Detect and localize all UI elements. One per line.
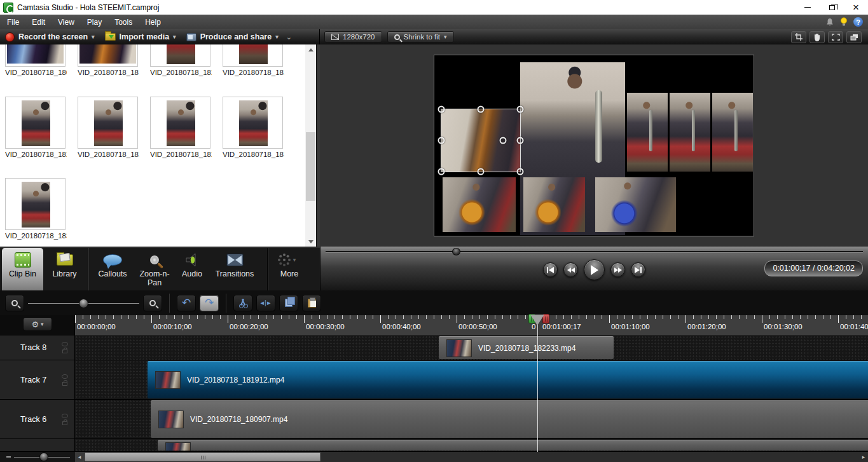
clip-bin-item[interactable]: VID_20180718_181... — [78, 44, 139, 79]
playhead-line[interactable] — [537, 315, 538, 452]
minimize-button[interactable] — [796, 0, 820, 15]
menu-item-help[interactable]: Help — [139, 15, 167, 29]
undo-button[interactable]: ↶ — [177, 295, 196, 311]
view-zoom-button[interactable]: Shrink to fit ▾ — [387, 31, 454, 43]
track-bed[interactable]: VID_20180718_182233.mp4 — [75, 336, 868, 360]
fullscreen-button[interactable] — [828, 31, 843, 43]
preview-canvas[interactable] — [434, 55, 754, 236]
zoom-slider-thumb[interactable] — [79, 299, 88, 308]
cut-button[interactable] — [233, 295, 252, 311]
crop-tool-button[interactable] — [791, 31, 806, 43]
menu-item-view[interactable]: View — [52, 15, 80, 29]
timeline-clip-selected[interactable]: VID_20180718_181912.mp4 — [148, 361, 868, 398]
pan-tool-button[interactable] — [809, 31, 825, 43]
clip-bin-scrollbar[interactable] — [305, 44, 316, 247]
timeline-zoom-in-button[interactable] — [143, 295, 162, 311]
clip-bin-item[interactable]: VID_20180718_182... — [223, 44, 284, 79]
tab-library[interactable]: Library — [43, 248, 86, 290]
close-button[interactable]: × — [844, 0, 868, 15]
track-lock-icon[interactable] — [62, 382, 67, 386]
menu-item-tools[interactable]: Tools — [109, 15, 138, 29]
restore-button[interactable] — [820, 0, 844, 15]
preview-clip-side-1[interactable] — [627, 93, 668, 172]
toolbar-overflow-button[interactable]: ⌄ — [286, 33, 292, 41]
tab-more[interactable]: ▾ More — [270, 248, 309, 290]
seek-thumb[interactable] — [452, 248, 460, 255]
selection-handle[interactable] — [438, 168, 445, 175]
hscroll-track[interactable] — [84, 452, 859, 462]
selection-handle[interactable] — [438, 137, 445, 144]
timeline-zoom-slider[interactable] — [28, 295, 139, 311]
selection-handle[interactable] — [517, 137, 524, 144]
timeline-clip[interactable]: VID_20180718_182233.mp4 — [439, 336, 614, 359]
scrollbar-thumb[interactable] — [306, 132, 315, 201]
selection-handle[interactable] — [478, 106, 485, 113]
track-bed[interactable]: VID_20180718_181912.mp4 — [75, 360, 868, 399]
track-lock-icon[interactable] — [62, 421, 67, 425]
detach-preview-button[interactable] — [846, 31, 862, 43]
track-height-thumb[interactable] — [39, 452, 48, 461]
split-button[interactable]: ◂|▸ — [256, 295, 275, 311]
import-media-button[interactable]: Import media ▾ — [100, 29, 181, 44]
track-bed[interactable]: VID_20180718_180907.mp4 — [75, 400, 868, 438]
tab-transitions[interactable]: Transitions — [210, 248, 259, 290]
track-visibility-icon[interactable] — [62, 374, 68, 379]
track-height-slider[interactable] — [6, 452, 70, 462]
track-options-button[interactable]: ⚙ ▾ — [23, 317, 52, 331]
clip-bin-item[interactable]: VID_20180718_182... — [150, 97, 212, 161]
tab-audio[interactable]: Audio — [174, 248, 210, 290]
preview-clip-guitar-2[interactable] — [523, 177, 585, 232]
clip-bin-item[interactable]: VID_20180718_183... — [223, 97, 284, 161]
play-button[interactable] — [584, 259, 605, 280]
skip-to-start-button[interactable] — [543, 262, 558, 277]
track-bed[interactable] — [75, 439, 868, 451]
record-screen-button[interactable]: Record the screen ▾ — [0, 29, 100, 44]
help-icon[interactable]: ? — [853, 17, 863, 27]
scroll-left-button[interactable]: ◂ — [75, 452, 84, 462]
preview-clip-side-3[interactable] — [712, 93, 753, 172]
scroll-down-button[interactable] — [305, 236, 316, 247]
copy-button[interactable] — [279, 295, 298, 311]
track-lock-icon[interactable] — [62, 350, 67, 353]
track-visibility-icon[interactable] — [62, 414, 68, 418]
skip-to-end-button[interactable] — [631, 262, 645, 277]
hscroll-thumb[interactable] — [85, 452, 320, 461]
selection-handle[interactable] — [438, 106, 445, 113]
tab-zoom-n-pan[interactable]: Zoom-n-Pan — [135, 248, 174, 290]
menu-item-play[interactable]: Play — [81, 15, 107, 29]
preview-clip-guitar-1[interactable] — [443, 177, 516, 232]
timeline-clip[interactable] — [158, 440, 868, 451]
selection-handle[interactable] — [478, 168, 485, 175]
clip-name: VID_20180718_182... — [78, 151, 139, 158]
selection-handle[interactable] — [517, 106, 524, 113]
clip-bin-item[interactable]: VID_20180718_180... — [5, 44, 67, 79]
clip-bin-item[interactable]: VID_20180718_183... — [5, 178, 67, 243]
selection-handle[interactable] — [517, 168, 524, 175]
canvas-size-button[interactable]: 1280x720 — [324, 31, 382, 43]
track-visibility-icon[interactable] — [62, 342, 68, 346]
preview-clip-side-2[interactable] — [670, 93, 710, 172]
menu-item-edit[interactable]: Edit — [26, 15, 51, 29]
redo-button[interactable]: ↷ — [200, 295, 219, 311]
clip-bin-item[interactable]: VID_20180718_182... — [5, 97, 67, 161]
preview-clip-selected[interactable] — [441, 109, 521, 172]
rotation-handle[interactable] — [499, 137, 506, 144]
scroll-right-button[interactable]: ▸ — [859, 452, 868, 462]
tab-callouts[interactable]: Callouts — [90, 248, 135, 290]
scroll-up-button[interactable] — [305, 44, 316, 55]
paste-button[interactable] — [302, 295, 321, 311]
timeline-clip[interactable]: VID_20180718_180907.mp4 — [151, 400, 868, 438]
clip-bin-item[interactable]: VID_20180718_182... — [150, 44, 212, 79]
produce-share-button[interactable]: Produce and share ▾ — [181, 29, 284, 44]
fast-forward-button[interactable] — [610, 262, 625, 277]
notifications-bell-icon[interactable] — [825, 18, 834, 27]
preview-clip-guitar-3[interactable] — [595, 177, 676, 232]
more-dots-icon — [283, 259, 286, 261]
menu-item-file[interactable]: File — [1, 15, 25, 29]
timeline-zoom-out-button[interactable] — [5, 295, 24, 311]
tips-bulb-icon[interactable] — [840, 17, 848, 27]
rewind-button[interactable] — [563, 262, 578, 277]
seek-bar[interactable] — [326, 251, 863, 253]
tab-clip-bin[interactable]: Clip Bin — [2, 248, 43, 290]
clip-bin-item[interactable]: VID_20180718_182... — [78, 97, 139, 161]
